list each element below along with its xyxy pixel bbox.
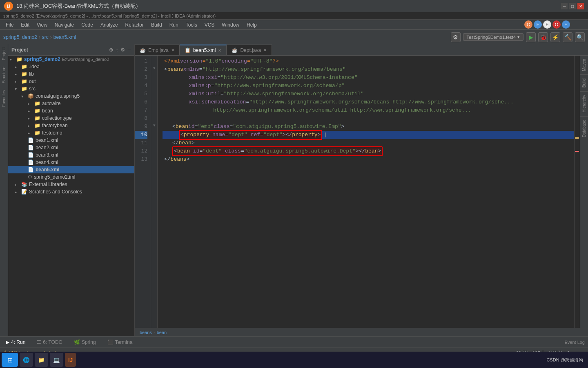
tree-item-out[interactable]: ▸ 📁 out xyxy=(8,78,134,85)
event-log-btn[interactable]: Event Log xyxy=(564,339,585,345)
breadcrumb-bar: spring5_demo2 › src › bean5.xml xyxy=(3,34,449,40)
right-tab-hierarchy[interactable]: Hierarchy xyxy=(581,92,587,116)
run-button[interactable]: ▶ xyxy=(526,32,536,42)
menu-code[interactable]: Code xyxy=(78,21,96,29)
vtab-project[interactable]: Project xyxy=(1,44,7,63)
tab-close-deptjava[interactable]: ✕ xyxy=(263,48,267,52)
code-line-6: xsi:schemaLocation="http://www.springfra… xyxy=(163,98,574,106)
tab-close-bean5xml[interactable]: ✕ xyxy=(218,48,221,53)
tree-item-external-libraries[interactable]: ▸ 📚 External Libraries xyxy=(8,181,134,188)
tab-bean5xml[interactable]: 📋 bean5.xml ✕ xyxy=(180,45,227,55)
bottom-tab-spring-label: Spring xyxy=(82,339,96,345)
tree-item-spring5iml[interactable]: ⚙ spring5_demo2.iml xyxy=(8,173,134,181)
tree-item-src[interactable]: ▾ 📁 src xyxy=(8,85,134,92)
taskbar-folder-btn[interactable]: 📁 xyxy=(35,353,48,367)
menu-bar: File Edit View Navigate Code Analyze Ref… xyxy=(0,20,588,29)
taskbar-intellij-btn[interactable]: IJ xyxy=(65,353,76,367)
tree-item-collectiontype[interactable]: ▸ 📁 collectiontype xyxy=(8,114,134,122)
taskbar-right: CSDN @跨越海沟 xyxy=(547,357,586,363)
tree-item-bean5xml[interactable]: 📄 bean5.xml xyxy=(8,166,134,173)
spring-icon: 🌿 xyxy=(74,339,80,345)
tree-item-scratches[interactable]: ▸ 📝 Scratches and Consoles xyxy=(8,188,134,195)
tab-deptjava[interactable]: ☕ Dept.java ✕ xyxy=(227,45,272,55)
bottom-tab-todo[interactable]: ☰ 6: TODO xyxy=(34,339,65,346)
window-subtitle: spring5_demo2 [E:\work\spring5_demo2] - … xyxy=(3,13,216,18)
menu-vcs[interactable]: VCS xyxy=(201,21,218,29)
menu-edit[interactable]: Edit xyxy=(18,21,33,29)
menu-run[interactable]: Run xyxy=(166,21,182,29)
tree-item-factorybean[interactable]: ▸ 📁 factorybean xyxy=(8,122,134,129)
tree-item-idea[interactable]: ▸ 📁 .idea xyxy=(8,63,134,70)
code-editor[interactable]: <?xml version="1.0" encoding="UTF-8"?> <… xyxy=(158,56,574,328)
folder-taskbar-icon: 📁 xyxy=(38,357,45,363)
tab-close-empjava[interactable]: ✕ xyxy=(171,48,174,52)
taskbar-time: CSDN @跨越海沟 xyxy=(547,357,583,363)
tab-empjava[interactable]: ☕ Emp.java ✕ xyxy=(135,45,180,55)
bottom-tab-spring[interactable]: 🌿 Spring xyxy=(71,339,98,346)
tree-item-bean3xml[interactable]: 📄 bean3.xml xyxy=(8,151,134,159)
code-line-11: </bean> xyxy=(163,139,574,147)
code-line-13: </beans> xyxy=(163,155,574,164)
code-line-1: <?xml version="1.0" encoding="UTF-8"?> xyxy=(163,57,574,65)
build-button[interactable]: 🔨 xyxy=(563,32,572,42)
run-config-selector[interactable]: TestSpring5Demo1.test4 ▾ xyxy=(463,33,523,41)
locate-file-icon[interactable]: ⊕ xyxy=(109,47,113,53)
code-line-2: <beans xmlns="http://www.springframework… xyxy=(163,65,574,74)
browser-taskbar-icon: 🌐 xyxy=(23,357,30,363)
tree-item-bean4xml[interactable]: 📄 bean4.xml xyxy=(8,159,134,166)
menu-analyze[interactable]: Analyze xyxy=(97,21,121,29)
right-tab-build[interactable]: Build xyxy=(581,75,587,91)
taskbar-browser-btn[interactable]: 🌐 xyxy=(20,353,33,367)
bottom-tab-terminal[interactable]: ⬛ Terminal xyxy=(105,339,136,346)
right-tab-maven[interactable]: Maven xyxy=(581,56,587,74)
start-button[interactable]: ⊞ xyxy=(2,353,18,367)
tree-item-project-root[interactable]: ▾ 📁 spring5_demo2 E:\work\spring5_demo2 xyxy=(8,56,134,63)
menu-file[interactable]: File xyxy=(2,21,17,29)
menu-navigate[interactable]: Navigate xyxy=(51,21,77,29)
tree-item-bean2xml[interactable]: 📄 bean2.xml xyxy=(8,144,134,151)
breadcrumb-src[interactable]: src xyxy=(42,34,49,40)
fold-gutter: ▾ ▾ xyxy=(151,56,158,328)
tree-item-autowire[interactable]: ▸ 📁 autowire xyxy=(8,100,134,107)
maximize-button[interactable]: □ xyxy=(569,3,576,9)
terminal-icon: ⬛ xyxy=(107,339,114,345)
window-title: 18.尚硅谷_IOC容器-Bean管理XML方式（自动装配） xyxy=(16,2,141,10)
vtab-favorites[interactable]: Favorites xyxy=(1,87,7,110)
tree-item-testdemo[interactable]: ▸ 📁 testdemo xyxy=(8,129,134,137)
toolbar-settings-btn[interactable]: ⚙ xyxy=(451,32,461,42)
breadcrumb-project[interactable]: spring5_demo2 xyxy=(3,34,37,40)
menu-refactor[interactable]: Refactor xyxy=(122,21,147,29)
code-line-3: xmlns:xsi="http://www.w3.org/2001/XMLSch… xyxy=(163,74,574,82)
close-sidebar-icon[interactable]: ─ xyxy=(127,47,131,53)
tree-item-lib[interactable]: ▸ 📁 lib xyxy=(8,70,134,78)
tree-item-bean1xml[interactable]: 📄 bean1.xml xyxy=(8,137,134,144)
close-button[interactable]: ✕ xyxy=(577,3,584,9)
taskbar-computer-btn[interactable]: 💻 xyxy=(50,353,63,367)
tree-item-com-atguigu[interactable]: ▾ 📦 com.atguigu.spring5 xyxy=(8,92,134,100)
menu-tools[interactable]: Tools xyxy=(183,21,200,29)
settings-icon[interactable]: ⚙ xyxy=(120,47,125,53)
tab-label-bean5xml: bean5.xml xyxy=(193,47,216,53)
breadcrumb-bean[interactable]: bean xyxy=(157,330,167,335)
tree-item-bean[interactable]: ▸ 📁 bean xyxy=(8,107,134,114)
vtab-structure[interactable]: Structure xyxy=(1,63,7,87)
breadcrumb-beans[interactable]: beans xyxy=(140,330,152,335)
tab-label-empjava: Emp.java xyxy=(148,47,169,53)
project-tree: ▾ 📁 spring5_demo2 E:\work\spring5_demo2 … xyxy=(8,56,134,336)
intellij-taskbar-icon: IJ xyxy=(68,357,73,363)
minimize-button[interactable]: ─ xyxy=(561,3,568,9)
menu-window[interactable]: Window xyxy=(218,21,243,29)
menu-view[interactable]: View xyxy=(33,21,51,29)
code-line-9: <bean id="emp" class="com.atguigu.spring… xyxy=(163,123,574,131)
search-everywhere-btn[interactable]: 🔍 xyxy=(575,32,585,42)
collapse-all-icon[interactable]: ↕ xyxy=(116,47,118,53)
menu-build[interactable]: Build xyxy=(148,21,165,29)
breadcrumb-file[interactable]: bean5.xml xyxy=(53,34,76,40)
debug-button[interactable]: 🐞 xyxy=(538,32,548,42)
bottom-tab-run[interactable]: ▶ 4: Run xyxy=(3,339,28,346)
right-tab-database[interactable]: Database xyxy=(581,117,587,141)
menu-help[interactable]: Help xyxy=(243,21,260,29)
chevron-down-icon: ▾ xyxy=(517,34,520,40)
right-sidebar-tabs: Maven Build Hierarchy Database xyxy=(580,56,588,328)
coverage-button[interactable]: ⚡ xyxy=(550,32,560,42)
